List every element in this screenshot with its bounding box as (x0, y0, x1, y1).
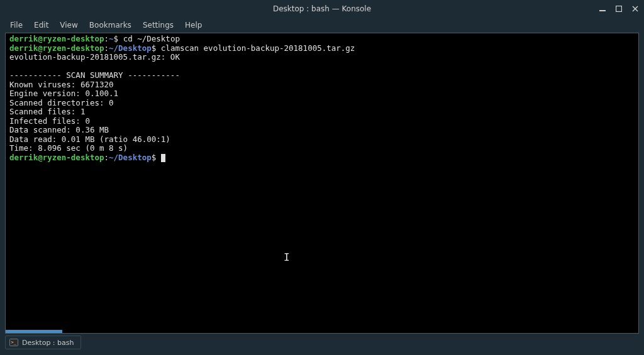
svg-rect-0 (599, 10, 606, 11)
output-line: evolution-backup-20181005.tar.gz: OK (9, 52, 180, 62)
output-line: Known viruses: 6671320 (9, 80, 114, 89)
menubar: File Edit View Bookmarks Settings Help (0, 18, 644, 33)
minimize-button[interactable] (597, 4, 608, 14)
menu-help[interactable]: Help (180, 19, 207, 31)
prompt-colon: : (104, 43, 109, 53)
output-line: Data scanned: 0.36 MB (9, 125, 109, 134)
tabbar: >_ Desktop : bash (5, 335, 639, 350)
prompt-path-desktop: ~/Desktop (109, 43, 152, 53)
menu-settings[interactable]: Settings (138, 19, 179, 31)
prompt-user: derrik@ryzen-desktop (9, 34, 104, 43)
output-line: Scanned files: 1 (9, 107, 85, 116)
titlebar: Desktop : bash — Konsole (0, 0, 644, 18)
terminal[interactable]: derrik@ryzen-desktop:~$ cd ~/Desktop der… (6, 33, 638, 330)
output-line: Scanned directories: 0 (9, 98, 114, 107)
terminal-cursor (161, 154, 165, 162)
prompt-dollar: $ (152, 43, 157, 53)
prompt-dollar: $ (114, 34, 119, 43)
window-title: Desktop : bash — Konsole (273, 4, 371, 13)
menu-view[interactable]: View (55, 19, 82, 31)
prompt-dollar: $ (152, 153, 157, 162)
prompt-user: derrik@ryzen-desktop (9, 43, 104, 53)
scroll-indicator[interactable] (6, 330, 62, 333)
prompt-colon: : (104, 34, 109, 43)
terminal-icon: >_ (9, 338, 18, 347)
ibeam-cursor-icon: I (284, 253, 290, 263)
output-line: Data read: 0.01 MB (ratio 46.00:1) (9, 134, 170, 144)
output-line: Infected files: 0 (9, 116, 90, 126)
prompt-path-desktop: ~/Desktop (109, 153, 152, 162)
prompt-path-home: ~ (109, 34, 114, 43)
prompt-colon: : (104, 153, 109, 162)
window-controls (597, 0, 640, 18)
output-line: Engine version: 0.100.1 (9, 89, 118, 98)
command-text: clamscan evolution-backup-20181005.tar.g… (161, 43, 355, 53)
output-line: Time: 8.096 sec (0 m 8 s) (9, 143, 128, 153)
terminal-container: derrik@ryzen-desktop:~$ cd ~/Desktop der… (5, 33, 639, 334)
menu-edit[interactable]: Edit (29, 19, 53, 31)
close-button[interactable] (630, 4, 640, 14)
tab-label: Desktop : bash (22, 339, 74, 347)
maximize-button[interactable] (614, 4, 624, 14)
menu-bookmarks[interactable]: Bookmarks (84, 19, 136, 31)
svg-rect-1 (616, 6, 622, 12)
svg-text:>_: >_ (11, 340, 17, 345)
tab-desktop-bash[interactable]: >_ Desktop : bash (5, 336, 81, 349)
output-line: ----------- SCAN SUMMARY ----------- (9, 70, 180, 80)
prompt-user: derrik@ryzen-desktop (9, 153, 104, 162)
command-text: cd ~/Desktop (123, 34, 180, 43)
menu-file[interactable]: File (5, 19, 28, 31)
